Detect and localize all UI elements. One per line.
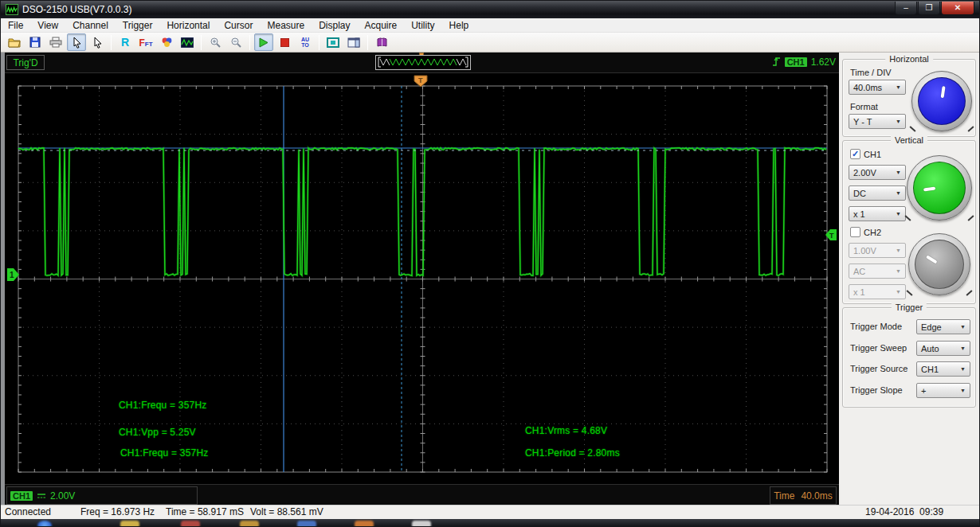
arrow-cursor-icon bbox=[92, 37, 103, 49]
stop-icon bbox=[280, 38, 289, 47]
windows-taskbar[interactable] bbox=[1, 519, 979, 526]
taskbar-icon[interactable] bbox=[355, 521, 374, 526]
knob-pointer bbox=[926, 255, 938, 264]
ch2-checkbox[interactable] bbox=[850, 227, 860, 237]
open-button[interactable] bbox=[5, 33, 24, 51]
menu-file[interactable]: File bbox=[1, 19, 30, 32]
trigger-group-title: Trigger bbox=[892, 303, 927, 312]
zoom-out-button[interactable] bbox=[226, 33, 245, 51]
refresh-icon: R bbox=[121, 36, 129, 49]
fft-button[interactable]: FFT bbox=[136, 33, 155, 51]
close-button[interactable]: ✕ bbox=[941, 2, 974, 15]
menu-help[interactable]: Help bbox=[442, 19, 476, 32]
waveform-preview[interactable] bbox=[375, 55, 471, 70]
menu-display[interactable]: Display bbox=[312, 19, 357, 32]
trigger-group: Trigger Trigger Mode Edge▼ Trigger Sweep… bbox=[842, 307, 976, 408]
auto-setup-button[interactable]: AUTO bbox=[296, 33, 315, 51]
restore-button[interactable]: ❐ bbox=[918, 2, 940, 15]
taskbar-icon[interactable] bbox=[120, 521, 139, 526]
ch1-volts-div-select[interactable]: 2.00V▼ bbox=[849, 165, 906, 180]
menu-cursor[interactable]: Cursor bbox=[217, 19, 260, 32]
trigger-slope-select[interactable]: +▼ bbox=[916, 383, 970, 398]
trigger-source-label: Trigger Source bbox=[850, 364, 907, 373]
chevron-down-icon: ▼ bbox=[960, 345, 966, 351]
taskbar-icon[interactable] bbox=[297, 521, 316, 526]
ch2-position-knob bbox=[908, 233, 970, 295]
ch1-position-knob[interactable] bbox=[907, 155, 972, 221]
ch1-coupling-select[interactable]: DC▼ bbox=[849, 185, 906, 201]
color-palette-button[interactable] bbox=[157, 33, 176, 51]
time-div-label: Time / DIV bbox=[850, 68, 892, 77]
connection-status: Connected bbox=[5, 506, 51, 517]
cursor-button[interactable] bbox=[88, 33, 107, 51]
select-cursor-button[interactable] bbox=[67, 33, 86, 51]
scope-graticule-and-trace[interactable]: 1TT bbox=[5, 73, 839, 484]
status-time: Time = 58.917 mS bbox=[166, 506, 244, 517]
trigger-sweep-select[interactable]: Auto▼ bbox=[916, 341, 970, 356]
menu-utility[interactable]: Utility bbox=[404, 19, 441, 32]
ch2-volts-div-select: 1.00V▼ bbox=[849, 243, 906, 258]
ch1-checkbox[interactable]: ✓ bbox=[850, 149, 860, 159]
knob-pointer bbox=[923, 187, 935, 192]
menu-horizontal[interactable]: Horizontal bbox=[159, 19, 217, 32]
edge-trigger-icon bbox=[772, 56, 781, 68]
trigger-channel-badge: CH1 bbox=[785, 57, 807, 67]
trigger-level-value: 1.62V bbox=[811, 57, 836, 68]
auto-setup-icon: AUTO bbox=[301, 37, 309, 48]
title-bar[interactable]: DSO-2150 USB(V7.0.0.3) – ❐ ✕ bbox=[1, 1, 979, 18]
taskbar-icon[interactable] bbox=[181, 521, 200, 526]
taskbar-icon[interactable] bbox=[412, 521, 431, 526]
trigger-mode-select[interactable]: Edge▼ bbox=[916, 319, 970, 334]
timebase-label: Time bbox=[774, 490, 794, 502]
scope-top-bar: Trig'D CH1 1.62V bbox=[5, 53, 839, 73]
menu-measure[interactable]: Measure bbox=[260, 19, 312, 32]
start-orb-icon[interactable] bbox=[37, 521, 52, 526]
print-button[interactable] bbox=[46, 33, 65, 51]
stop-button[interactable] bbox=[275, 33, 294, 51]
save-button[interactable] bbox=[25, 33, 45, 51]
ch1-probe-select[interactable]: x 1▼ bbox=[849, 206, 906, 221]
minimize-button[interactable]: – bbox=[895, 2, 917, 15]
help-button[interactable] bbox=[372, 33, 391, 51]
svg-text:T: T bbox=[418, 76, 423, 84]
waveform-display-button[interactable] bbox=[178, 33, 197, 51]
control-panel: Horizontal Time / DIV 40.0ms▼ Format Y -… bbox=[839, 53, 979, 505]
trigger-source-select[interactable]: CH1▼ bbox=[916, 361, 970, 377]
vertical-group: Vertical ✓ CH1 2.00V▼ DC▼ x 1▼ CH2 1.00V… bbox=[842, 140, 976, 304]
time-div-select[interactable]: 40.0ms▼ bbox=[849, 80, 906, 95]
menu-trigger[interactable]: Trigger bbox=[116, 19, 160, 32]
format-select[interactable]: Y - T▼ bbox=[849, 114, 906, 129]
toolbar-separator bbox=[201, 35, 202, 50]
app-window: DSO-2150 USB(V7.0.0.3) – ❐ ✕ File View C… bbox=[0, 0, 980, 527]
open-folder-icon bbox=[8, 37, 21, 48]
menu-bar: File View Channel Trigger Horizontal Cur… bbox=[1, 18, 979, 33]
scope-display[interactable]: 1TT CH1:Frequ = 357Hz CH1:Vpp = 5.25V CH… bbox=[5, 73, 839, 484]
timebase-readout: Time 40.0ms bbox=[770, 486, 837, 505]
menu-view[interactable]: View bbox=[30, 19, 65, 32]
timebase-value: 40.0ms bbox=[801, 490, 832, 502]
window-layout-icon bbox=[347, 37, 360, 48]
refresh-button[interactable]: R bbox=[116, 33, 135, 51]
chevron-down-icon: ▼ bbox=[896, 190, 901, 196]
full-screen-button[interactable] bbox=[323, 33, 343, 51]
toolbar-separator bbox=[319, 35, 319, 50]
save-floppy-icon bbox=[29, 37, 41, 48]
menu-acquire[interactable]: Acquire bbox=[358, 19, 405, 32]
zoom-in-button[interactable] bbox=[206, 33, 225, 51]
trigger-readout: CH1 1.62V bbox=[772, 56, 836, 68]
horizontal-position-knob[interactable] bbox=[911, 71, 972, 131]
start-button[interactable] bbox=[254, 33, 273, 51]
ch1-enable-row: ✓ CH1 bbox=[850, 149, 881, 159]
window-layout-button[interactable] bbox=[344, 33, 363, 51]
chevron-down-icon: ▼ bbox=[960, 324, 966, 330]
menu-channel[interactable]: Channel bbox=[65, 19, 116, 32]
chevron-down-icon: ▼ bbox=[896, 119, 901, 124]
printer-icon bbox=[49, 37, 62, 48]
measurement-freq-2: CH1:Frequ = 357Hz bbox=[120, 447, 208, 459]
arrow-cursor-icon bbox=[72, 37, 82, 49]
status-datetime: 19-04-2016 09:39 bbox=[865, 506, 943, 517]
horizontal-group: Horizontal Time / DIV 40.0ms▼ Format Y -… bbox=[842, 59, 976, 137]
chevron-down-icon: ▼ bbox=[896, 170, 901, 175]
status-volt: Volt = 88.561 mV bbox=[250, 506, 323, 517]
taskbar-icon[interactable] bbox=[240, 521, 259, 526]
